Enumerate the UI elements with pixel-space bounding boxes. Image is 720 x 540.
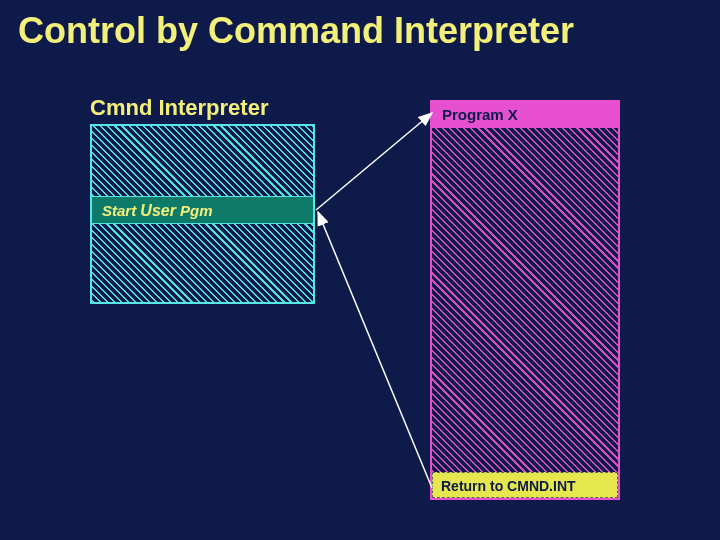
arrow-return-to-cmnd bbox=[318, 212, 432, 488]
return-to-cmnd-bar: Return to CMND.INT bbox=[432, 472, 618, 498]
program-x-box: Program X Return to CMND.INT bbox=[430, 100, 620, 500]
pgm-label: Pgm bbox=[176, 202, 213, 219]
start-user-pgm-bar: Start User Pgm bbox=[92, 196, 313, 224]
program-x-body-hatch bbox=[432, 128, 618, 472]
start-label: Start bbox=[102, 202, 140, 219]
cmnd-bottom-hatch bbox=[92, 224, 313, 302]
arrow-start-to-program bbox=[316, 113, 432, 210]
cmnd-interpreter-box: Start User Pgm bbox=[90, 124, 315, 304]
program-x-header: Program X bbox=[432, 102, 618, 128]
cmnd-interpreter-label: Cmnd Interpreter bbox=[90, 95, 268, 121]
diagram-canvas: Cmnd Interpreter Start User Pgm Program … bbox=[0, 0, 720, 540]
user-label: User bbox=[140, 202, 176, 219]
cmnd-top-hatch bbox=[92, 126, 313, 196]
